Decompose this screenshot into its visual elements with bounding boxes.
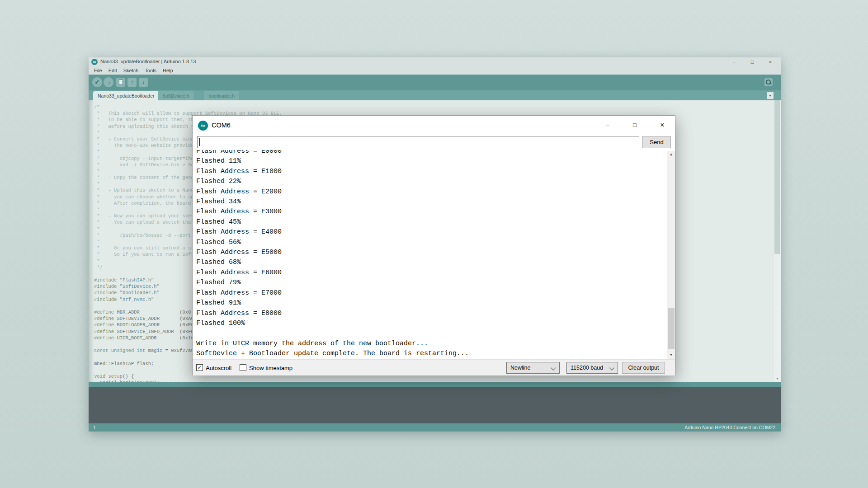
ide-tabbar: ▼ Nano33_updateBootloaderSoftDevice.hboo… (89, 90, 781, 100)
send-button[interactable]: Send (642, 136, 671, 148)
show-timestamp-checkbox[interactable] (240, 364, 246, 371)
chevron-down-icon (609, 365, 614, 370)
board-port-indicator: Arduino Nano RP2040 Connect on COM22 (684, 425, 775, 430)
serial-monitor-controls: ✓ Autoscroll Show timestamp Newline 1152… (193, 359, 675, 375)
menu-item-help[interactable]: Help (160, 68, 176, 73)
tab-nano33_updatebootloader[interactable]: Nano33_updateBootloader (93, 91, 159, 100)
serial-output-line: Flashed 68% (196, 258, 666, 267)
serial-output-line: Flash Address = E5000 (196, 248, 666, 258)
serial-output-line: Flash Address = E2000 (196, 187, 666, 197)
ide-titlebar[interactable]: ∞ Nano33_updateBootloader | Arduino 1.8.… (89, 57, 781, 66)
tab-softdevice.h[interactable]: SoftDevice.h (158, 91, 194, 100)
serial-output-line: Flashed 56% (196, 238, 666, 248)
serial-output-line: Flash Address = E6000 (196, 268, 666, 278)
scroll-down-icon[interactable]: ▼ (667, 352, 675, 359)
clear-output-button[interactable]: Clear output (622, 362, 665, 374)
code-line: /* (94, 104, 282, 110)
serial-output-line: Flashed 100% (196, 319, 666, 328)
output-scrollbar[interactable]: ▲ ▼ (667, 151, 675, 359)
serial-output-line: Flashed 45% (196, 217, 666, 227)
serial-output-line: Flash Address = E0000 (196, 150, 666, 156)
dialog-titlebar[interactable]: ∞ COM6 − □ × (193, 116, 675, 136)
serial-output-line: Flashed 34% (196, 197, 666, 207)
serial-output-area[interactable]: Flash Address = E0000Flashed 11%Flash Ad… (194, 150, 666, 359)
dialog-close-button[interactable]: × (656, 119, 669, 131)
new-sketch-button[interactable] (116, 78, 125, 87)
menu-item-file[interactable]: File (91, 68, 105, 73)
arduino-app-icon: ∞ (91, 59, 98, 65)
console-output-area (89, 387, 781, 423)
ide-close-button[interactable]: × (767, 58, 774, 66)
tab-menu-button[interactable]: ▼ (767, 92, 774, 99)
serial-output-line: Flashed 22% (196, 177, 666, 187)
serial-output-line: Write in UICR memory the address of the … (196, 339, 666, 349)
dialog-title: COM6 (212, 122, 231, 129)
serial-output-line: Flash Address = E7000 (196, 288, 666, 298)
serial-output-line: Flash Address = E4000 (196, 227, 666, 237)
output-scrollbar-thumb[interactable] (668, 308, 675, 349)
save-button[interactable]: ↓ (139, 78, 148, 87)
menu-item-tools[interactable]: Tools (142, 68, 159, 73)
serial-monitor-dialog: ∞ COM6 − □ × Send Flash Address = E0000F… (192, 115, 675, 375)
serial-output-line: Flash Address = E3000 (196, 207, 666, 217)
serial-output-line (196, 328, 666, 338)
ide-menubar: FileEditSketchToolsHelp (89, 66, 781, 75)
ide-toolbar: ✓ → ↑ ↓ (89, 75, 781, 90)
console-divider[interactable] (89, 382, 781, 387)
verify-button[interactable]: ✓ (92, 77, 102, 87)
serial-monitor-button[interactable] (764, 78, 773, 86)
scroll-up-icon[interactable]: ▲ (667, 151, 675, 158)
serial-output-line: Flashed 91% (196, 298, 666, 308)
serial-output-line: Flashed 79% (196, 278, 666, 288)
tab-bootloader.h[interactable]: bootloader.h (204, 91, 239, 100)
serial-output-line: Flash Address = E1000 (196, 167, 666, 177)
serial-output-line: Flashed 11% (196, 156, 666, 166)
line-number-indicator: 1 (93, 425, 96, 430)
editor-scrollbar-thumb[interactable] (774, 100, 780, 254)
text-caret (199, 138, 200, 146)
ide-restore-button[interactable]: □ (749, 58, 756, 66)
serial-output-lines: Flash Address = E0000Flashed 11%Flash Ad… (194, 150, 666, 359)
line-ending-dropdown[interactable]: Newline (506, 362, 560, 374)
upload-button[interactable]: → (104, 77, 113, 87)
autoscroll-checkbox[interactable]: ✓ (196, 364, 203, 371)
show-timestamp-label: Show timestamp (249, 365, 292, 371)
editor-scrollbar[interactable]: ▼ (774, 100, 781, 382)
open-button[interactable]: ↑ (127, 78, 137, 87)
menu-item-edit[interactable]: Edit (106, 68, 120, 73)
serial-output-line: Flash Address = E8000 (196, 309, 666, 319)
chevron-down-icon (551, 365, 556, 370)
dialog-minimize-button[interactable]: − (601, 119, 614, 131)
autoscroll-label: Autoscroll (206, 365, 231, 371)
dialog-maximize-button[interactable]: □ (628, 119, 641, 131)
serial-output-line: SoftDevice + Bootloader update complete.… (196, 349, 666, 359)
arduino-dialog-icon: ∞ (198, 121, 208, 131)
ide-minimize-button[interactable]: − (731, 58, 738, 66)
ide-window-title: Nano33_updateBootloader | Arduino 1.8.13 (100, 59, 196, 64)
new-sketch-icon (119, 80, 123, 85)
ide-statusbar: 1 Arduino Nano RP2040 Connect on COM22 (89, 423, 781, 432)
editor-left-edge (89, 100, 94, 382)
serial-send-input[interactable] (197, 136, 639, 148)
baud-rate-dropdown[interactable]: 115200 baud (566, 362, 618, 374)
editor-scroll-down-icon[interactable]: ▼ (774, 375, 781, 382)
desktop: ∞ Nano33_updateBootloader | Arduino 1.8.… (0, 0, 868, 488)
menu-item-sketch[interactable]: Sketch (121, 68, 142, 73)
